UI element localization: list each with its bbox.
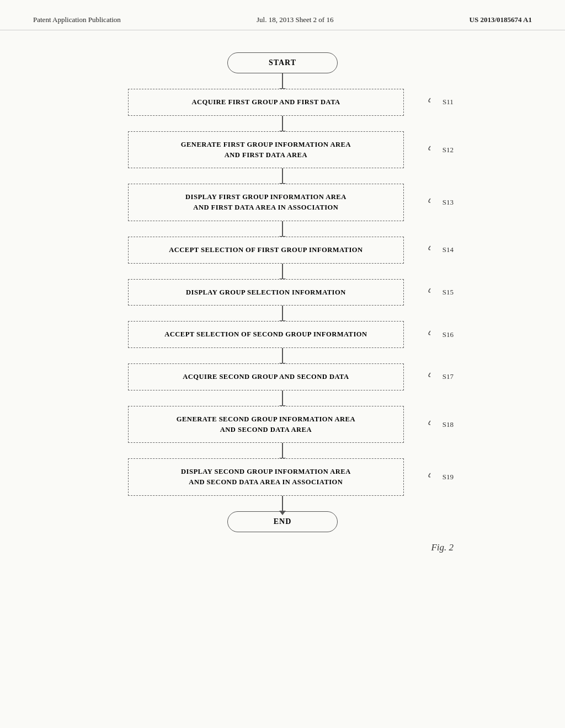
process-box-s13: DISPLAY FIRST GROUP INFORMATION AREAAND …: [128, 184, 404, 221]
step-id-s14: S14: [443, 245, 454, 254]
page: { "header": { "left": "Patent Applicatio…: [0, 0, 565, 728]
arrow-s15-s16: [282, 306, 283, 321]
step-box-container-s16: ACCEPT SELECTION OF SECOND GROUP INFORMA…: [111, 321, 420, 348]
arrow-s12-s13: [282, 168, 283, 184]
bracket-icon-s15: [426, 284, 443, 301]
step-row-s14: ACCEPT SELECTION OF FIRST GROUP INFORMAT…: [111, 237, 454, 264]
process-box-s18: GENERATE SECOND GROUP INFORMATION AREAAN…: [128, 406, 404, 443]
bracket-icon-s13: [426, 194, 443, 211]
process-box-s15: DISPLAY GROUP SELECTION INFORMATION: [128, 279, 404, 306]
step-label-s11: S11: [426, 94, 454, 110]
arrow-s19-end: [282, 496, 283, 511]
arrow-s11-s12: [282, 116, 283, 131]
process-box-s14: ACCEPT SELECTION OF FIRST GROUP INFORMAT…: [128, 237, 404, 264]
step-label-s19: S19: [426, 469, 454, 485]
step-label-s15: S15: [426, 284, 454, 301]
step-row-s11: ACQUIRE FIRST GROUP AND FIRST DATA S11: [111, 89, 454, 116]
step-id-s18: S18: [443, 420, 454, 429]
process-box-s16: ACCEPT SELECTION OF SECOND GROUP INFORMA…: [128, 321, 404, 348]
bracket-icon-s11: [426, 94, 443, 110]
step-id-s17: S17: [443, 372, 454, 381]
step-row-s17: ACQUIRE SECOND GROUP AND SECOND DATA S17: [111, 363, 454, 390]
arrow-s17-s18: [282, 390, 283, 406]
step-box-container-s18: GENERATE SECOND GROUP INFORMATION AREAAN…: [111, 406, 420, 443]
bracket-icon-s12: [426, 142, 443, 158]
step-box-container-s15: DISPLAY GROUP SELECTION INFORMATION: [111, 279, 420, 306]
process-box-s19: DISPLAY SECOND GROUP INFORMATION AREAAND…: [128, 458, 404, 496]
step-label-s17: S17: [426, 368, 454, 385]
step-label-s18: S18: [426, 416, 454, 433]
step-id-s16: S16: [443, 330, 454, 339]
step-row-s18: GENERATE SECOND GROUP INFORMATION AREAAN…: [111, 406, 454, 443]
step-row-s13: DISPLAY FIRST GROUP INFORMATION AREAAND …: [111, 184, 454, 221]
step-box-container-s19: DISPLAY SECOND GROUP INFORMATION AREAAND…: [111, 458, 420, 496]
step-label-s13: S13: [426, 194, 454, 211]
header-publication-label: Patent Application Publication: [33, 15, 121, 24]
flow-chart: START ACQUIRE FIRST GROUP AND FIRST DATA…: [111, 52, 454, 532]
bracket-icon-s19: [426, 469, 443, 485]
bracket-icon-s17: [426, 368, 443, 385]
process-box-s17: ACQUIRE SECOND GROUP AND SECOND DATA: [128, 363, 404, 390]
arrow-s14-s15: [282, 264, 283, 279]
step-row-s12: GENERATE FIRST GROUP INFORMATION AREAAND…: [111, 131, 454, 169]
process-box-s12: GENERATE FIRST GROUP INFORMATION AREAAND…: [128, 131, 404, 169]
step-box-container-s11: ACQUIRE FIRST GROUP AND FIRST DATA: [111, 89, 420, 116]
bracket-icon-s16: [426, 326, 443, 343]
step-label-s16: S16: [426, 326, 454, 343]
step-label-s12: S12: [426, 142, 454, 158]
figure-label: Fig. 2: [431, 542, 454, 553]
process-box-s11: ACQUIRE FIRST GROUP AND FIRST DATA: [128, 89, 404, 116]
step-id-s15: S15: [443, 288, 454, 297]
step-id-s11: S11: [443, 98, 454, 106]
arrow-start-s11: [282, 73, 283, 89]
start-shape: START: [227, 52, 338, 73]
bracket-icon-s18: [426, 416, 443, 433]
arrow-s18-s19: [282, 443, 283, 458]
step-box-container-s14: ACCEPT SELECTION OF FIRST GROUP INFORMAT…: [111, 237, 420, 264]
arrow-s13-s14: [282, 221, 283, 237]
step-row-s16: ACCEPT SELECTION OF SECOND GROUP INFORMA…: [111, 321, 454, 348]
diagram-area: START ACQUIRE FIRST GROUP AND FIRST DATA…: [0, 30, 565, 575]
step-box-container-s12: GENERATE FIRST GROUP INFORMATION AREAAND…: [111, 131, 420, 169]
step-id-s19: S19: [443, 473, 454, 481]
step-row-s19: DISPLAY SECOND GROUP INFORMATION AREAAND…: [111, 458, 454, 496]
arrow-s16-s17: [282, 348, 283, 363]
step-box-container-s13: DISPLAY FIRST GROUP INFORMATION AREAAND …: [111, 184, 420, 221]
step-id-s13: S13: [443, 198, 454, 207]
page-header: Patent Application Publication Jul. 18, …: [0, 0, 565, 30]
step-row-s15: DISPLAY GROUP SELECTION INFORMATION S15: [111, 279, 454, 306]
header-patent-number: US 2013/0185674 A1: [470, 15, 532, 24]
step-id-s12: S12: [443, 146, 454, 154]
header-sheet-info: Jul. 18, 2013 Sheet 2 of 16: [257, 15, 333, 24]
bracket-icon-s14: [426, 242, 443, 258]
step-label-s14: S14: [426, 242, 454, 258]
step-box-container-s17: ACQUIRE SECOND GROUP AND SECOND DATA: [111, 363, 420, 390]
